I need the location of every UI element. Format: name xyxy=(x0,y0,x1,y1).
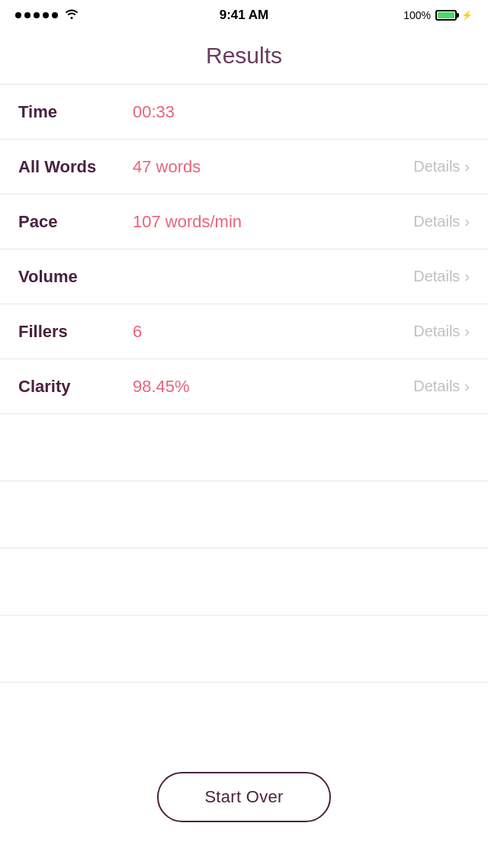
result-row-time: Time 00:33 xyxy=(0,85,488,140)
battery-percent: 100% xyxy=(403,9,431,21)
result-details-volume[interactable]: Details › xyxy=(413,268,470,285)
details-text-pace: Details xyxy=(413,213,460,230)
details-text-volume: Details xyxy=(413,268,460,285)
result-value-pace: 107 words/min xyxy=(133,212,413,232)
result-label-time: Time xyxy=(18,102,133,122)
status-time: 9:41 AM xyxy=(220,8,269,23)
empty-row-3 xyxy=(0,548,488,616)
chevron-icon-fillers: › xyxy=(464,323,470,340)
result-details-fillers[interactable]: Details › xyxy=(413,323,470,340)
result-value-clarity: 98.45% xyxy=(133,377,413,397)
result-value-time: 00:33 xyxy=(133,102,470,122)
details-text-all-words: Details xyxy=(413,158,460,175)
result-details-all-words[interactable]: Details › xyxy=(413,158,470,175)
result-row-pace[interactable]: Pace 107 words/min Details › xyxy=(0,194,488,249)
result-row-clarity[interactable]: Clarity 98.45% Details › xyxy=(0,359,488,414)
result-row-volume[interactable]: Volume Details › xyxy=(0,249,488,304)
status-bar: 9:41 AM 100% ⚡ xyxy=(0,0,488,31)
signal-dots xyxy=(15,12,58,18)
signal-dot-5 xyxy=(52,12,58,18)
result-value-all-words: 47 words xyxy=(133,157,413,177)
page-title: Results xyxy=(0,31,488,85)
result-label-volume: Volume xyxy=(18,267,133,287)
result-label-all-words: All Words xyxy=(18,157,133,177)
start-over-button[interactable]: Start Over xyxy=(157,772,330,822)
results-list: Time 00:33 All Words 47 words Details › … xyxy=(0,85,488,683)
result-row-all-words[interactable]: All Words 47 words Details › xyxy=(0,140,488,194)
signal-dot-1 xyxy=(15,12,21,18)
signal-dot-2 xyxy=(24,12,30,18)
result-details-clarity[interactable]: Details › xyxy=(413,378,470,395)
result-label-pace: Pace xyxy=(18,212,133,232)
result-details-pace[interactable]: Details › xyxy=(413,213,470,230)
details-text-fillers: Details xyxy=(413,323,460,340)
status-left xyxy=(15,8,79,23)
chevron-icon-clarity: › xyxy=(464,378,470,395)
result-value-fillers: 6 xyxy=(133,322,413,342)
signal-dot-4 xyxy=(43,12,49,18)
result-row-fillers[interactable]: Fillers 6 Details › xyxy=(0,304,488,359)
details-text-clarity: Details xyxy=(413,378,460,395)
battery-container xyxy=(435,10,457,21)
empty-row-2 xyxy=(0,481,488,548)
chevron-icon-all-words: › xyxy=(464,158,470,175)
empty-row-4 xyxy=(0,616,488,683)
charging-icon: ⚡ xyxy=(461,10,473,21)
result-label-clarity: Clarity xyxy=(18,377,133,397)
empty-row-1 xyxy=(0,414,488,481)
result-label-fillers: Fillers xyxy=(18,322,133,342)
chevron-icon-volume: › xyxy=(464,268,470,285)
wifi-icon xyxy=(64,8,79,23)
signal-dot-3 xyxy=(34,12,40,18)
bottom-section: Start Over xyxy=(0,772,488,822)
status-right: 100% ⚡ xyxy=(403,9,473,21)
chevron-icon-pace: › xyxy=(464,213,470,230)
battery-icon xyxy=(435,10,457,21)
battery-fill xyxy=(438,12,454,18)
